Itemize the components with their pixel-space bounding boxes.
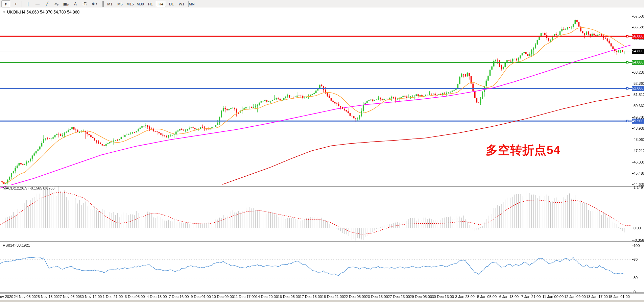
text-icon[interactable]: A (71, 1, 79, 7)
timeframe-m1-button[interactable]: M1 (105, 1, 115, 7)
timeframe-m15-button[interactable]: M15 (125, 1, 135, 7)
fibonacci-icon[interactable]: ≡E (52, 1, 61, 7)
timeframe-m5-button[interactable]: M5 (115, 1, 125, 7)
price-tick-label: 48.935 (634, 126, 644, 130)
timeframe-toolbar: M1M5M15M30H1H4D1W1MN (101, 0, 197, 7)
panel-separator-time (0, 293, 644, 294)
toolbar-separator (188, 1, 189, 7)
arrows-tool-glyph: ❖ (92, 2, 95, 6)
time-tick-label: 15 Jan 01:00 (603, 295, 635, 299)
symbol-ohlc-text: UKOil-,H4 54.860 54.870 54.780 54.860 (7, 10, 79, 15)
price-tick-label: 45.485 (634, 171, 644, 175)
rsi-tick-label: 70 (634, 257, 638, 261)
price-tick-label: 57.535 (634, 14, 644, 18)
price-tick-label: 52.360 (634, 81, 644, 85)
crosshair-tool-glyph: + (14, 2, 17, 6)
level-price-label[interactable]: 54.000 (632, 60, 644, 65)
crosshair-icon[interactable]: + (11, 1, 20, 7)
chevron-down-icon[interactable]: ▼ (3, 11, 5, 14)
text-tool-glyph: A (74, 2, 77, 6)
text-label-icon[interactable]: T (81, 1, 89, 7)
macd-tick-label: 1.149 (634, 185, 643, 190)
text-label-tool-glyph: T (83, 2, 87, 6)
macd-tick-label: -0.3563 (634, 238, 644, 242)
price-tick-label: 48.060 (634, 137, 644, 142)
price-tick-label: 50.660 (634, 104, 644, 108)
panel-separator-macd[interactable] (0, 185, 644, 186)
timeframe-h1-button[interactable]: H1 (146, 1, 155, 7)
cursor-tool-glyph: ➤ (3, 1, 8, 7)
price-tick-label: 51.510 (634, 93, 644, 97)
vertical-line-icon[interactable]: | (24, 1, 32, 7)
cursor-icon[interactable]: ➤ (1, 0, 10, 7)
timeframe-m30-button[interactable]: M30 (136, 1, 145, 7)
rsi-indicator-label: RSI(14) 38.1921 (3, 243, 30, 247)
rsi-tick-label: 30 (634, 276, 638, 280)
panel-separator-rsi[interactable] (0, 242, 644, 243)
level-price-label[interactable]: 52.000 (632, 86, 644, 91)
price-tick-label: 46.335 (634, 160, 644, 164)
price-tick-label: 47.210 (634, 149, 644, 153)
macd-indicator-label: MACD(12,26,9) -0.1565 0.0766 (3, 186, 54, 190)
vertical-line-tool-glyph: | (27, 2, 28, 6)
cells-icon[interactable]: ▦F (62, 1, 70, 7)
toolbar-drag-handle[interactable] (102, 1, 104, 7)
window-bottom-strip (0, 300, 644, 302)
rsi-tick-label: 0 (634, 290, 636, 294)
level-price-label[interactable]: 56.000 (632, 34, 644, 39)
macd-tick-label: 0.00 (634, 226, 641, 230)
chevron-down-icon: ▾ (96, 2, 97, 5)
drawing-tools-group: ➤+|—╱≡E▦FAT❖▾ (1, 0, 99, 7)
current-price-label[interactable]: 54.860 (632, 49, 644, 54)
cells-tool-glyph: ▦ (63, 2, 67, 6)
timeframe-w1-button[interactable]: W1 (177, 1, 186, 7)
level-price-label[interactable]: 49.500 (632, 119, 644, 124)
price-tick-label: 56.685 (634, 25, 644, 29)
toolbar-separator (22, 1, 22, 7)
toolbar: ➤+|—╱≡E▦FAT❖▾ M1M5M15M30H1H4D1W1MN (0, 0, 644, 8)
rsi-tick-label: 100 (634, 244, 640, 248)
price-tick-label: 53.235 (634, 70, 644, 74)
timeframe-d1-button[interactable]: D1 (167, 1, 176, 7)
trendline-icon[interactable]: ╱ (43, 1, 51, 7)
arrows-icon[interactable]: ❖▾ (90, 1, 98, 7)
sub-label: F (67, 4, 69, 6)
horizontal-line-tool-glyph: — (35, 2, 40, 6)
fibonacci-tool-glyph: ≡ (54, 2, 57, 6)
chart-title: ▼UKOil-,H4 54.860 54.870 54.780 54.860 (3, 10, 79, 15)
timeframe-h4-button[interactable]: H4 (156, 1, 166, 7)
trendline-tool-glyph: ╱ (46, 2, 48, 6)
horizontal-line-icon[interactable]: — (33, 1, 42, 7)
sub-label: E (57, 4, 59, 6)
chart-text-annotation: 多空转折点54 (486, 142, 560, 158)
